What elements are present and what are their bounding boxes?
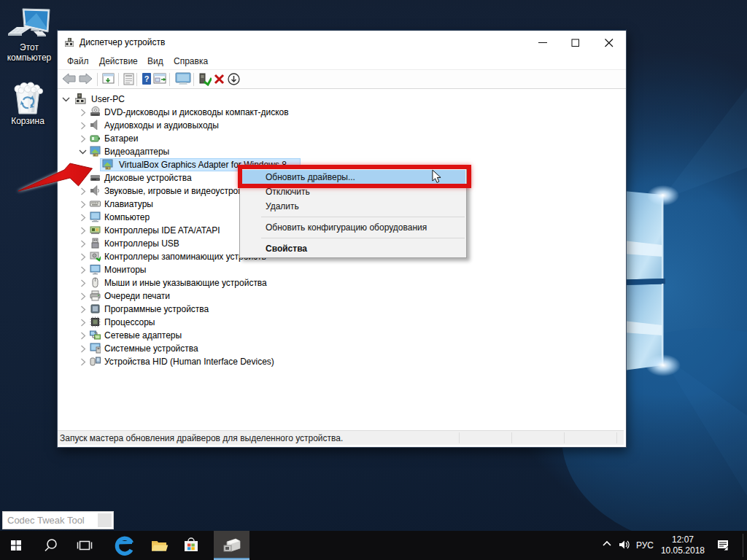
svg-text:?: ?	[144, 74, 150, 83]
